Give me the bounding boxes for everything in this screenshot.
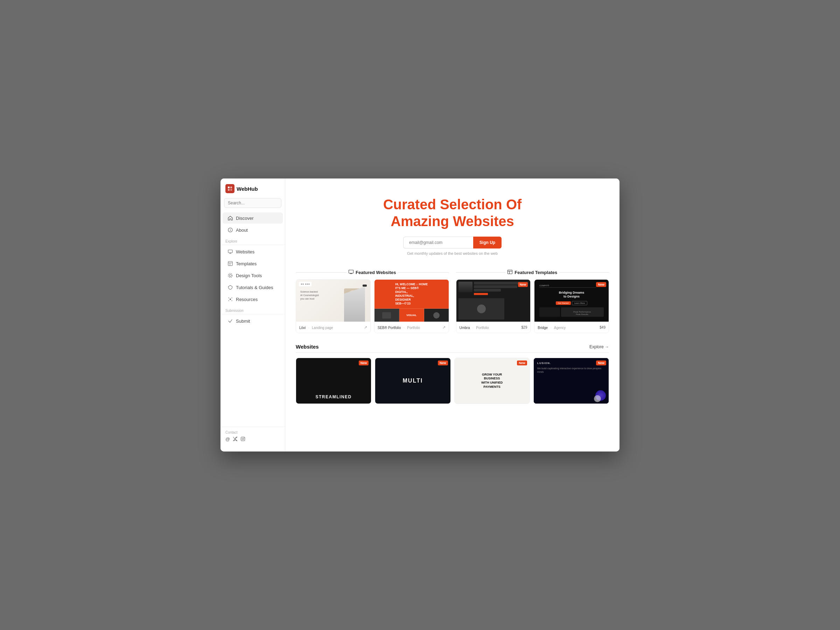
- external-link-icon[interactable]: ↗: [364, 325, 367, 330]
- signup-button[interactable]: Sign Up: [473, 237, 502, 248]
- sidebar-item-templates[interactable]: Templates: [223, 258, 283, 269]
- card-lovi-image: ●● ●●● Science-backed AI Cosmetologist y…: [296, 279, 370, 322]
- website-card-multi[interactable]: New MULTI: [375, 358, 450, 404]
- main-content: Curated Selection Of Amazing Websites Si…: [285, 178, 619, 452]
- svg-point-18: [228, 300, 229, 302]
- featured-row: Featured Websites ●● ●●●: [285, 266, 619, 340]
- featured-templates-header: Featured Templates: [456, 270, 609, 275]
- featured-websites-cards: ●● ●●● Science-backed AI Cosmetologist y…: [296, 279, 449, 333]
- sidebar-item-discover-label: Discover: [236, 216, 254, 221]
- discipline-new-badge: New: [517, 360, 527, 365]
- svg-point-16: [228, 297, 229, 298]
- svg-point-19: [231, 300, 232, 302]
- sidebar-item-about[interactable]: About: [223, 224, 283, 235]
- sidebar-item-tutorials[interactable]: Tutorials & Guides: [223, 282, 283, 293]
- discipline-image: New GROW YOUR BUSINESS WITH UNIFIED PAYM…: [455, 358, 529, 404]
- template-section-icon: [507, 270, 512, 275]
- sidebar-item-about-label: About: [236, 227, 248, 233]
- card-lovi-name: Lövi: [299, 326, 306, 330]
- hero-form: Sign Up: [299, 237, 605, 248]
- sidebar-item-websites-label: Websites: [236, 249, 254, 254]
- lusion-new-badge: New: [596, 360, 606, 365]
- website-card-discipline[interactable]: New GROW YOUR BUSINESS WITH UNIFIED PAYM…: [454, 358, 530, 404]
- sidebar-item-templates-label: Templates: [236, 261, 257, 266]
- svg-rect-26: [508, 270, 512, 274]
- card-umbra-image: New: [456, 279, 531, 322]
- svg-rect-3: [230, 189, 232, 191]
- twitter-icon[interactable]: [233, 436, 238, 442]
- card-seb-image: HI, WELCOME ⌂ HOME IT'S ME — SEB® DIGITA…: [374, 279, 449, 322]
- streamlined-image: New STREAMLINED: [296, 358, 371, 404]
- hero-subtitle: Get monthly updates of the best websites…: [299, 251, 605, 256]
- card-bridge-image: New COMPIT® ⋮⋮⋮ Bridging Dreamsto Design…: [534, 279, 609, 322]
- svg-point-17: [231, 297, 232, 298]
- sidebar-item-design-tools[interactable]: Design Tools: [223, 270, 283, 281]
- email-input[interactable]: [403, 237, 473, 248]
- featured-websites-section: Featured Websites ●● ●●●: [296, 270, 449, 333]
- card-lovi[interactable]: ●● ●●● Science-backed AI Cosmetologist y…: [296, 279, 371, 333]
- svg-point-13: [229, 275, 231, 276]
- sidebar-item-discover[interactable]: Discover: [223, 212, 283, 224]
- svg-point-15: [230, 298, 231, 300]
- resources-icon: [227, 297, 233, 302]
- logo-text: WebHub: [237, 186, 258, 192]
- sidebar-item-resources-label: Resources: [236, 297, 257, 302]
- websites-section: Websites Explore → New STREAMLINED N: [285, 340, 619, 411]
- hero-title-line1: Curated Selection Of: [383, 197, 522, 212]
- sidebar-item-resources[interactable]: Resources: [223, 294, 283, 305]
- search-input[interactable]: [224, 198, 281, 208]
- sidebar-item-submit[interactable]: Submit: [223, 315, 283, 327]
- sidebar-item-websites[interactable]: Websites: [223, 246, 283, 257]
- home-icon: [227, 215, 233, 221]
- umbra-new-badge: New: [518, 282, 528, 287]
- card-seb-footer: SEB® Portfolio · Portfolio ↗: [374, 322, 449, 333]
- website-card-lusion[interactable]: New LUSION. We build captivating interac…: [534, 358, 609, 404]
- seb-external-link-icon[interactable]: ↗: [442, 325, 445, 330]
- svg-point-14: [228, 273, 232, 278]
- hero-title-rest: Websites: [449, 213, 514, 229]
- sidebar-item-submit-label: Submit: [236, 319, 250, 324]
- card-umbra-footer: Umbra · Portfolio $29: [456, 322, 531, 333]
- hero-title-highlight: Amazing: [391, 213, 449, 229]
- app-window: WebHub Discover About Explore: [221, 178, 619, 452]
- monitor-icon: [227, 249, 233, 254]
- svg-rect-10: [228, 261, 232, 266]
- contact-label: Contact: [226, 431, 280, 434]
- card-umbra-price: $29: [521, 325, 527, 329]
- featured-templates-cards: New: [456, 279, 609, 333]
- hero-title: Curated Selection Of Amazing Websites: [299, 196, 605, 230]
- featured-templates-title: Featured Templates: [515, 270, 557, 275]
- logo-icon: [226, 184, 235, 193]
- multi-new-badge: New: [438, 360, 448, 365]
- svg-rect-23: [349, 270, 354, 273]
- email-icon[interactable]: @: [226, 436, 230, 442]
- card-seb-name: SEB® Portfolio: [377, 326, 401, 330]
- svg-point-22: [244, 437, 244, 438]
- card-umbra-name: Umbra: [459, 326, 470, 330]
- websites-section-header: Websites Explore →: [296, 344, 609, 353]
- explore-link[interactable]: Explore →: [589, 344, 609, 349]
- card-lovi-footer: Lövi · Landing page ↗: [296, 322, 370, 333]
- websites-title: Websites: [296, 344, 319, 350]
- design-icon: [227, 273, 233, 278]
- card-lovi-type: Landing page: [312, 326, 333, 330]
- instagram-icon[interactable]: [240, 436, 245, 442]
- website-card-streamlined[interactable]: New STREAMLINED: [296, 358, 371, 404]
- monitor-section-icon: [349, 270, 354, 275]
- svg-rect-7: [228, 250, 232, 253]
- card-umbra[interactable]: New: [456, 279, 531, 333]
- submission-section-label: Submission: [221, 305, 285, 314]
- svg-rect-0: [228, 186, 230, 188]
- card-bridge[interactable]: New COMPIT® ⋮⋮⋮ Bridging Dreamsto Design…: [534, 279, 609, 333]
- sidebar-item-design-tools-label: Design Tools: [236, 273, 262, 278]
- svg-point-21: [242, 438, 244, 440]
- card-bridge-name: Bridge: [538, 326, 548, 330]
- streamlined-new-badge: New: [359, 360, 369, 365]
- explore-section-label: Explore: [221, 236, 285, 245]
- featured-websites-title: Featured Websites: [355, 270, 396, 275]
- card-bridge-footer: Bridge · Agency $49: [534, 322, 609, 333]
- card-seb-type: Portfolio: [407, 326, 420, 330]
- logo: WebHub: [221, 184, 285, 198]
- hero-section: Curated Selection Of Amazing Websites Si…: [285, 178, 619, 266]
- card-seb[interactable]: HI, WELCOME ⌂ HOME IT'S ME — SEB® DIGITA…: [374, 279, 449, 333]
